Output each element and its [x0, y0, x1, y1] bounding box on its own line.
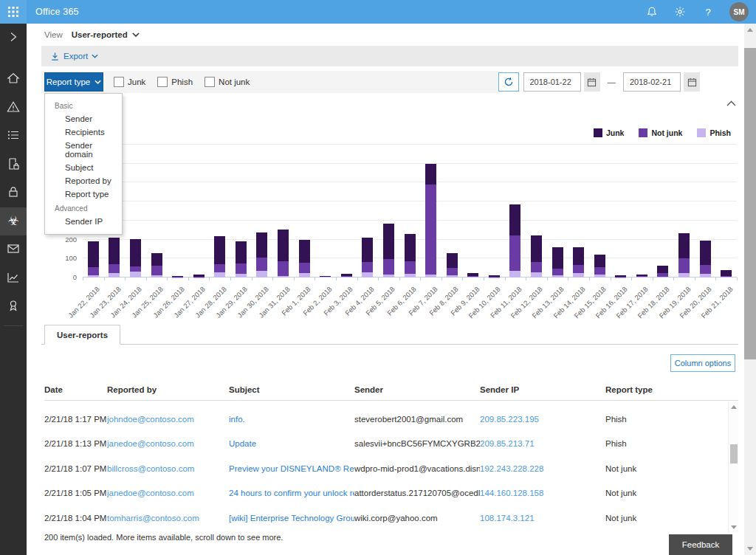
bar-segment-junk	[362, 238, 373, 262]
checkbox-box[interactable]	[157, 77, 168, 87]
bar-segment-phish	[447, 275, 458, 278]
date-to-input[interactable]	[623, 72, 681, 92]
brand-title: Office 365	[35, 7, 79, 17]
legend-item-junk[interactable]: Junk	[594, 128, 625, 137]
checkbox-box[interactable]	[114, 77, 124, 87]
scroll-up-icon[interactable]	[747, 28, 753, 32]
x-tick	[653, 278, 653, 280]
home-icon	[7, 72, 20, 86]
tab-user-reports[interactable]: User-reports	[44, 325, 120, 345]
gridline	[83, 163, 737, 164]
bar-segment-not-junk	[299, 263, 310, 273]
menu-item-sender-ip[interactable]: Sender IP	[45, 215, 122, 228]
bar-feb-7-2018	[425, 164, 436, 278]
scroll-up-icon[interactable]	[731, 405, 737, 409]
cell-subject[interactable]: Update	[229, 439, 354, 448]
x-tick	[125, 278, 126, 280]
calendar-icon[interactable]	[684, 72, 700, 92]
bar-segment-junk	[214, 236, 225, 264]
bar-feb-15-2018	[594, 255, 605, 278]
cell-sender-ip[interactable]: 209.85.213.71	[480, 439, 605, 448]
sidebar-item-data-loss-prevention[interactable]	[0, 151, 27, 179]
bar-segment-phish	[657, 277, 668, 278]
collapse-chart-icon[interactable]	[726, 99, 738, 108]
bar-segment-not-junk	[678, 258, 690, 273]
menu-item-sender-domain[interactable]: Sender domain	[45, 139, 122, 161]
table-scrollbar[interactable]	[728, 401, 738, 533]
column-header-sender: Sender	[354, 385, 480, 394]
legend-swatch	[639, 128, 647, 137]
report-type-dropdown-button[interactable]: Report type	[44, 72, 103, 92]
cell-sender-ip[interactable]: 144.160.128.158	[480, 489, 605, 497]
app-launcher-icon[interactable]	[0, 0, 27, 24]
bar-segment-junk	[151, 253, 162, 266]
cell-reported-by[interactable]: tomharris@contoso.com	[107, 514, 229, 523]
mail-icon	[7, 242, 20, 257]
cell-reported-by[interactable]: billcross@contoso.com	[107, 464, 229, 473]
column-options-button[interactable]: Column options	[670, 354, 735, 372]
cell-subject[interactable]: 24 hours to confirm your unlock requ...	[229, 489, 354, 497]
table-row[interactable]: 2/21/18 1:17 PMjohndoe@contoso.cominfo.s…	[44, 407, 727, 432]
refresh-icon[interactable]	[498, 72, 519, 92]
column-header-date: Date	[44, 385, 107, 394]
checkbox-box[interactable]	[205, 77, 215, 87]
cell-sender-ip[interactable]: 108.174.3.121	[480, 514, 605, 523]
cell-report-type: Not junk	[605, 464, 727, 473]
settings-gear-icon[interactable]	[673, 5, 687, 18]
table-row[interactable]: 2/21/18 1:07 PMbillcross@contoso.comPrev…	[44, 456, 727, 481]
scroll-down-icon[interactable]	[731, 525, 737, 529]
bar-feb-6-2018	[405, 234, 416, 278]
bar-segment-phish	[721, 277, 732, 278]
sidebar-item-service-assurance[interactable]	[0, 292, 27, 321]
table-row[interactable]: 2/21/18 1:05 PMjanedoe@contoso.com24 hou…	[44, 481, 727, 506]
cell-subject[interactable]: info.	[229, 415, 354, 424]
x-tick	[737, 278, 738, 280]
bar-segment-junk	[236, 241, 247, 263]
bar-feb-14-2018	[573, 247, 584, 278]
help-icon[interactable]: ?	[701, 5, 715, 18]
cell-sender-ip[interactable]: 209.85.223.195	[480, 415, 605, 424]
table-row[interactable]: 2/21/18 1:04 PMtomharris@contoso.com[wik…	[44, 506, 727, 531]
sidebar-item-threat-management[interactable]: ☣	[0, 207, 27, 236]
cell-subject[interactable]: Preview your DISNEYLAND® Resort p...	[229, 464, 354, 473]
legend-item-not-junk[interactable]: Not junk	[639, 128, 682, 137]
sidebar-item-mail-flow[interactable]	[0, 235, 27, 264]
sidebar-item-data-governance[interactable]	[0, 179, 27, 207]
menu-item-subject[interactable]: Subject	[45, 161, 122, 174]
table-scrollbar-thumb[interactable]	[730, 444, 738, 463]
page-scrollbar[interactable]	[744, 24, 756, 555]
legend-item-phish[interactable]: Phish	[697, 128, 731, 137]
notifications-bell-icon[interactable]	[645, 5, 659, 18]
export-button[interactable]: Export	[50, 52, 98, 61]
sidebar-item-expand-nav[interactable]	[0, 24, 27, 52]
page-scrollbar-thumb[interactable]	[744, 48, 756, 359]
bar-jan-31-2018	[278, 230, 289, 278]
x-tick	[589, 278, 590, 280]
cell-subject[interactable]: [wiki] Enterprise Technology Group >...	[229, 514, 354, 523]
sidebar-item-reports[interactable]	[0, 264, 27, 293]
x-tick	[294, 278, 295, 280]
table-row[interactable]: 2/21/18 1:13 PMjanedoe@contoso.comUpdate…	[44, 432, 727, 457]
cell-reported-by[interactable]: johndoe@contoso.com	[107, 415, 229, 424]
menu-item-recipients[interactable]: Recipients	[45, 125, 122, 139]
cell-reported-by[interactable]: janedoe@contoso.com	[107, 439, 229, 448]
bar-segment-junk	[552, 247, 563, 269]
feedback-button[interactable]: Feedback	[669, 534, 732, 555]
bar-segment-junk	[88, 241, 99, 267]
date-from-input[interactable]	[523, 72, 581, 92]
view-selector[interactable]: User-reported	[72, 30, 140, 39]
sidebar-item-classifications[interactable]	[0, 122, 27, 151]
cell-sender-ip[interactable]: 192.243.228.228	[480, 464, 605, 473]
scroll-down-icon[interactable]	[747, 547, 753, 551]
bar-jan-27-2018	[193, 275, 205, 278]
menu-item-report-type[interactable]: Report type	[45, 187, 122, 201]
calendar-icon[interactable]	[584, 72, 600, 92]
cell-reported-by[interactable]: janedoe@contoso.com	[107, 489, 229, 497]
sidebar-item-home[interactable]	[0, 65, 27, 94]
menu-item-reported-by[interactable]: Reported by	[45, 174, 122, 187]
avatar[interactable]: SM	[729, 2, 749, 21]
bar-segment-phish	[193, 278, 205, 278]
menu-item-sender[interactable]: Sender	[45, 112, 122, 125]
bar-feb-3-2018	[341, 274, 352, 278]
sidebar-item-alerts[interactable]	[0, 94, 27, 123]
